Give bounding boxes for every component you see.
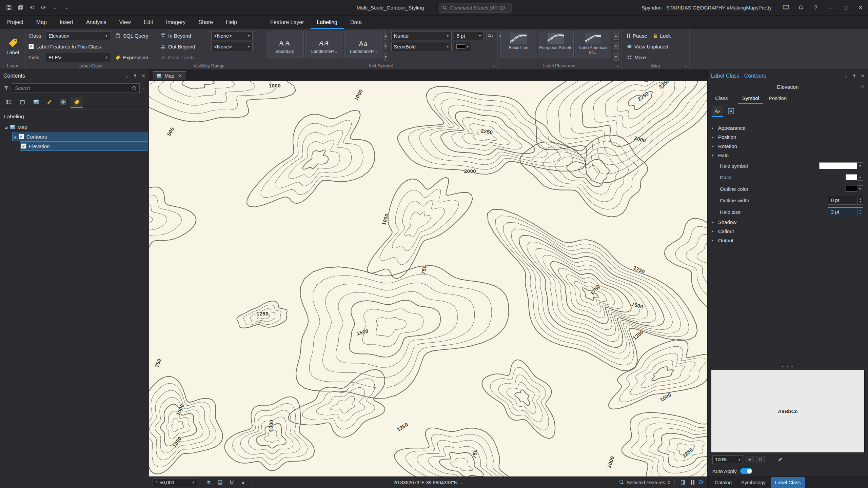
list-by-data-source-icon[interactable]: [16, 97, 28, 108]
preview-swatch-button[interactable]: [756, 456, 765, 463]
pin-icon[interactable]: [133, 74, 137, 78]
tab-symbol[interactable]: Symbol: [738, 92, 763, 104]
auto-apply-toggle[interactable]: [740, 468, 752, 474]
notifications-bell-icon[interactable]: [793, 0, 808, 15]
expand-triangle-icon[interactable]: ◢: [14, 135, 16, 139]
contours-visibility-checkbox[interactable]: ✓: [19, 134, 24, 139]
map-canvas[interactable]: 1000100022502250500225020002000100075017…: [149, 81, 707, 476]
pause-drawing-icon[interactable]: [691, 480, 694, 485]
view-tab-map[interactable]: Map ✕: [153, 71, 186, 80]
preview-zoom-dropdown[interactable]: 100% ▾: [712, 455, 743, 464]
expression-button[interactable]: Expression: [113, 54, 151, 61]
section-shadow[interactable]: ▸Shadow: [708, 218, 868, 227]
selected-features-status[interactable]: Selected Features: 0: [619, 480, 670, 485]
label-features-checkbox[interactable]: ✓: [28, 44, 34, 49]
out-beyond-button[interactable]: Out Beyond: [158, 43, 209, 50]
tab-catalog[interactable]: Catalog: [710, 477, 736, 488]
preview-point-button[interactable]: [746, 456, 754, 463]
magnet-snapping-icon[interactable]: [228, 479, 236, 487]
placement-item-north-american-streets[interactable]: North American Str...: [575, 31, 611, 58]
class-dropdown[interactable]: Elevation ▾: [46, 31, 110, 40]
list-by-selection-icon[interactable]: [30, 97, 42, 108]
placement-item-european-streets[interactable]: European Streets: [538, 31, 574, 58]
close-pane-icon[interactable]: ✕: [861, 73, 865, 79]
view-unplaced-button[interactable]: View Unplaced: [625, 43, 671, 50]
spin-down-icon[interactable]: ▾: [860, 212, 861, 215]
tab-project[interactable]: Project: [0, 16, 30, 29]
section-appearance[interactable]: ▸Appearance: [708, 123, 868, 133]
general-symbol-button[interactable]: A: [712, 106, 723, 117]
section-position[interactable]: ▸Position: [708, 133, 868, 142]
menu-icon[interactable]: ≡: [861, 84, 864, 90]
presentation-icon[interactable]: [778, 0, 793, 15]
gallery-down-icon[interactable]: ▾: [384, 42, 387, 50]
undo-history-chevron-icon[interactable]: ⌄: [50, 3, 60, 13]
tab-insert[interactable]: Insert: [53, 16, 80, 29]
undo-icon[interactable]: ⟲: [27, 3, 37, 13]
gallery-expand-icon[interactable]: ▾: [613, 53, 619, 61]
tab-feature-layer[interactable]: Feature Layer: [264, 16, 311, 29]
section-output[interactable]: ▸Output: [708, 236, 868, 245]
contents-search-input[interactable]: Search: [12, 83, 140, 93]
section-callout[interactable]: ▸Callout: [708, 227, 868, 236]
chevron-down-icon[interactable]: ▾: [857, 185, 863, 192]
chevron-down-icon[interactable]: ▾: [857, 174, 863, 181]
formatted-symbol-button[interactable]: A: [725, 106, 737, 117]
tab-edit[interactable]: Edit: [137, 16, 160, 29]
tab-analysis[interactable]: Analysis: [80, 16, 113, 29]
tab-share[interactable]: Share: [192, 16, 219, 29]
north-arrow-icon[interactable]: [239, 479, 247, 487]
expand-triangle-icon[interactable]: ◢: [5, 125, 7, 129]
chevron-down-icon[interactable]: ▾: [857, 162, 863, 169]
map-scale-dropdown[interactable]: 1:50,000 ▾: [153, 478, 197, 487]
close-pane-icon[interactable]: ✕: [141, 73, 145, 79]
filter-icon[interactable]: [3, 85, 9, 91]
lock-labels-button[interactable]: Lock: [650, 32, 673, 39]
out-beyond-dropdown[interactable]: <None> ▾: [211, 42, 253, 51]
help-icon[interactable]: ?: [808, 0, 823, 15]
list-by-drawing-order-icon[interactable]: [3, 97, 15, 108]
gallery-up-icon[interactable]: ▴: [613, 32, 619, 40]
increase-font-size-button[interactable]: A▴: [486, 31, 495, 40]
spin-up-icon[interactable]: ▴: [860, 198, 861, 200]
tab-view[interactable]: View: [113, 16, 137, 29]
customize-toolbar-chevron-icon[interactable]: ⌄: [62, 3, 71, 13]
save-icon[interactable]: [4, 3, 14, 13]
tab-data[interactable]: Data: [344, 16, 368, 29]
search-options-chevron-icon[interactable]: ⌄: [142, 86, 145, 90]
chevron-down-icon[interactable]: ⌄: [251, 481, 253, 484]
tab-label-class[interactable]: Label Class: [771, 477, 805, 488]
placement-item-basic-line[interactable]: Basic Line: [500, 31, 536, 58]
in-beyond-button[interactable]: In Beyond: [158, 32, 209, 39]
dock-icon[interactable]: [679, 479, 687, 487]
font-dropdown[interactable]: Nunito ▾: [391, 31, 452, 40]
text-color-dropdown[interactable]: ▾: [454, 42, 471, 51]
grid-icon[interactable]: [216, 479, 224, 487]
gallery-expand-icon[interactable]: ▾: [384, 53, 387, 61]
maximize-button[interactable]: □: [838, 0, 853, 15]
more-button[interactable]: More ⌄: [625, 54, 654, 61]
spin-down-icon[interactable]: ▾: [860, 201, 861, 203]
tab-symbology[interactable]: Symbology: [737, 477, 770, 488]
tree-item-map[interactable]: ◢ Map: [0, 122, 149, 132]
tab-labeling[interactable]: Labeling: [311, 16, 344, 29]
minimize-button[interactable]: —: [823, 0, 838, 15]
tree-item-contours[interactable]: ◢ ✓ Contours: [12, 132, 147, 141]
tab-position[interactable]: Position: [765, 92, 791, 104]
list-by-snapping-icon[interactable]: [57, 97, 69, 108]
pause-labeling-button[interactable]: Pause: [625, 32, 650, 39]
project-icon[interactable]: [16, 3, 25, 13]
tab-imagery[interactable]: Imagery: [159, 16, 192, 29]
tab-class[interactable]: Class ⌄: [711, 92, 737, 104]
halo-color-swatch[interactable]: [846, 174, 857, 180]
font-style-dropdown[interactable]: SemiBold ▾: [391, 42, 452, 51]
pane-options-chevron-icon[interactable]: ⌄: [844, 73, 848, 79]
pin-icon[interactable]: [852, 74, 856, 78]
edit-symbol-pencil-icon[interactable]: [776, 456, 784, 463]
in-beyond-dropdown[interactable]: <None> ▾: [211, 31, 253, 40]
section-halo[interactable]: ▾Halo: [708, 151, 868, 160]
tab-map[interactable]: Map: [30, 16, 53, 29]
preview-splitter-handle[interactable]: ● ● ●: [708, 364, 868, 369]
close-view-icon[interactable]: ✕: [178, 73, 182, 78]
tab-help[interactable]: Help: [219, 16, 243, 29]
